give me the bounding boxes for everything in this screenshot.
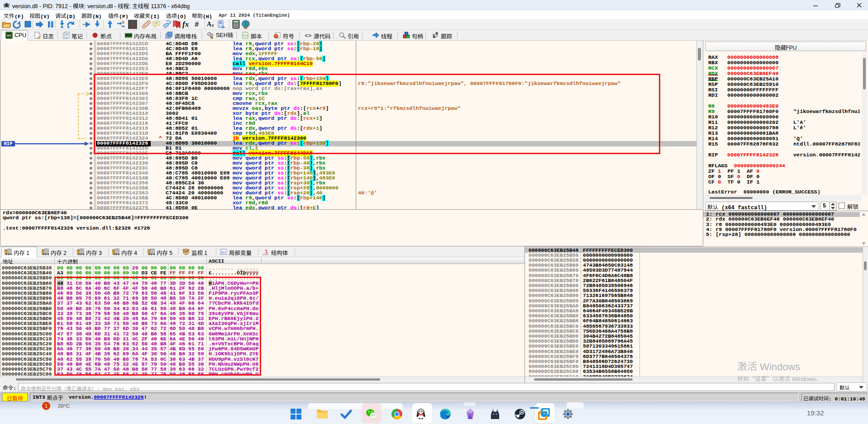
svg-text:S: S xyxy=(131,21,134,28)
svg-text:64: 64 xyxy=(7,34,11,37)
svg-text:<>: <> xyxy=(243,33,248,38)
svg-text:A: A xyxy=(207,21,212,28)
svg-text:[x=]: [x=] xyxy=(220,250,227,255)
svg-text:z: z xyxy=(212,23,214,28)
svg-text:fx: fx xyxy=(182,20,189,28)
svg-text:#: # xyxy=(195,21,199,29)
svg-text:<>: <> xyxy=(305,33,312,39)
